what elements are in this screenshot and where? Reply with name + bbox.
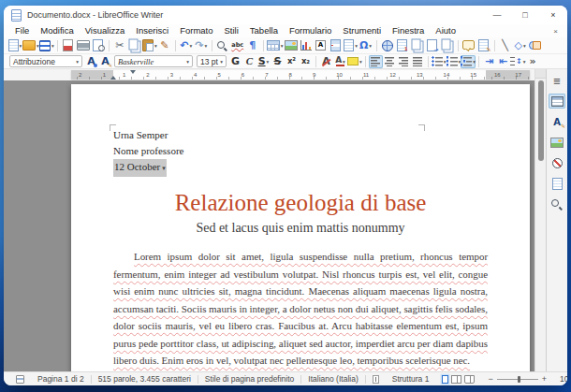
dropdown-arrow[interactable]: ▾ [359, 59, 362, 65]
bold-button[interactable]: G [228, 55, 242, 68]
undo-button[interactable]: ↶▾ [179, 38, 194, 52]
zoom-level[interactable]: 100% [553, 374, 567, 384]
dropdown-arrow[interactable]: ▾ [355, 43, 358, 49]
save-button[interactable]: ▾ [39, 38, 54, 52]
insert-image-button[interactable] [284, 38, 299, 52]
insert-bookmark-button[interactable] [425, 38, 440, 52]
menu-item[interactable]: Tabella [244, 24, 284, 37]
highlight-color-button[interactable]: ▾ [347, 55, 362, 68]
spelling-button[interactable]: abc [230, 38, 245, 52]
zoom-in-button[interactable]: + [542, 375, 547, 384]
insert-footnote-button[interactable] [395, 38, 410, 52]
sidebar-settings-button[interactable]: ≡ [549, 73, 565, 88]
insert-table-button[interactable]: ▾ [267, 38, 284, 52]
document-title[interactable]: Relazione geologia di base [113, 189, 488, 217]
outline-list-button[interactable]: ▾ [461, 55, 476, 68]
insert-chart-button[interactable] [299, 38, 314, 52]
dropdown-arrow[interactable]: ▾ [369, 43, 372, 49]
menu-item[interactable]: Finestra [387, 24, 430, 37]
author-line[interactable]: Urna Semper [113, 127, 488, 143]
zoom-slider[interactable] [497, 379, 538, 380]
insert-line-button[interactable]: ╲ [498, 38, 513, 52]
sidebar-tab-properties[interactable] [549, 94, 565, 109]
single-page-view-icon[interactable] [442, 375, 448, 384]
menu-item[interactable]: Strumenti [337, 24, 387, 37]
outline-level[interactable]: Struttura 1 [386, 374, 436, 384]
unsaved-changes-icon[interactable] [16, 375, 24, 384]
sidebar-tab-page[interactable] [549, 176, 565, 191]
track-changes-button[interactable] [476, 38, 491, 52]
new-style-button[interactable]: A [98, 55, 112, 68]
hyperlink-button[interactable] [380, 38, 395, 52]
insert-comment-button[interactable] [461, 38, 476, 52]
dropdown-arrow[interactable]: ▾ [343, 59, 345, 65]
menu-item[interactable]: Modifica [35, 24, 79, 37]
ordered-list-button[interactable]: ▾ [447, 55, 461, 68]
menu-item[interactable]: Formato [174, 24, 218, 37]
update-style-button[interactable]: A [84, 55, 98, 68]
paragraph-style-combo[interactable]: Attribuzione▾ [9, 55, 82, 67]
menu-item[interactable]: Inserisci [130, 24, 174, 37]
font-size-combo[interactable]: 13 pt▾ [197, 55, 227, 67]
sidebar-tab-gallery[interactable] [549, 135, 565, 150]
word-count[interactable]: 515 parole, 3.455 caratteri [92, 374, 198, 384]
new-document-button[interactable]: ▾ [7, 38, 22, 52]
increase-indent-button[interactable]: ⇥ [482, 55, 496, 68]
zoom-slider-thumb[interactable] [518, 376, 520, 383]
minimize-button[interactable]: — [483, 6, 511, 24]
export-pdf-button[interactable] [61, 38, 76, 52]
insert-endnote-button[interactable] [410, 38, 425, 52]
toolbar-overflow-button[interactable]: » [526, 55, 540, 68]
sidebar-tab-styles[interactable]: A [549, 114, 565, 129]
date-field-dropdown-icon[interactable]: ▾ [162, 165, 166, 172]
symbol-shapes-button[interactable] [528, 38, 543, 52]
dropdown-arrow[interactable]: ▾ [473, 59, 476, 65]
dropdown-arrow[interactable]: ▾ [51, 43, 54, 49]
copy-button[interactable] [127, 38, 142, 52]
open-button[interactable]: ▾ [22, 38, 39, 52]
sidebar-tab-style-inspector[interactable] [549, 196, 565, 211]
menu-item[interactable]: Visualizza [80, 24, 131, 37]
underline-button[interactable]: S▾ [256, 55, 271, 68]
maximize-button[interactable]: □ [511, 6, 539, 24]
print-button[interactable] [76, 38, 91, 52]
first-line-indent-marker[interactable] [130, 70, 136, 77]
page-count[interactable]: Pagina 1 di 2 [31, 374, 91, 384]
body-paragraph[interactable]: Lorem ipsum dolor sit amet, ligula suspe… [113, 248, 488, 370]
font-name-combo[interactable]: Baskerville▾ [114, 55, 193, 67]
chevron-down-icon[interactable]: ▾ [76, 59, 79, 65]
find-replace-button[interactable] [215, 38, 230, 52]
close-button[interactable]: × [539, 6, 567, 24]
insert-textbox-button[interactable]: A [314, 38, 329, 52]
superscript-button[interactable]: x² [285, 55, 299, 68]
zoom-out-button[interactable]: − [488, 375, 492, 384]
paste-button[interactable]: ▾ [142, 38, 157, 52]
subscript-button[interactable]: x₂ [299, 55, 313, 68]
cross-reference-button[interactable] [440, 38, 455, 52]
basic-shapes-button[interactable]: ◇▾ [513, 38, 528, 52]
document-page[interactable]: Urna Semper Nome professore 12 October▾ … [71, 84, 530, 371]
clone-formatting-button[interactable]: ✎ [157, 38, 172, 52]
insert-field-button[interactable]: ▾ [344, 38, 359, 52]
align-center-button[interactable] [383, 55, 397, 68]
print-preview-button[interactable] [91, 38, 106, 52]
redo-button[interactable]: ↷▾ [194, 38, 209, 52]
dropdown-arrow[interactable]: ▾ [523, 43, 526, 49]
dropdown-arrow[interactable]: ▾ [267, 59, 270, 65]
dropdown-arrow[interactable]: ▾ [189, 43, 192, 49]
chevron-down-icon[interactable]: ▾ [186, 59, 189, 65]
unordered-list-button[interactable]: ▾ [432, 55, 447, 68]
align-justify-button[interactable] [411, 55, 425, 68]
page-style[interactable]: Stile di pagina predefinito [198, 374, 300, 384]
align-left-button[interactable] [369, 55, 383, 68]
book-view-icon[interactable] [464, 375, 475, 384]
insert-mode-icon[interactable] [373, 375, 379, 384]
left-indent-marker[interactable] [110, 73, 116, 80]
formatting-marks-button[interactable]: ¶ [245, 38, 260, 52]
scrollbar-top-button[interactable] [535, 69, 546, 79]
strikethrough-button[interactable]: S [271, 55, 285, 68]
multi-page-view-icon[interactable] [451, 375, 461, 384]
menu-item[interactable]: File [9, 24, 35, 37]
menu-item[interactable]: Aiuto [430, 24, 461, 37]
cut-button[interactable]: ✂ [112, 38, 127, 52]
